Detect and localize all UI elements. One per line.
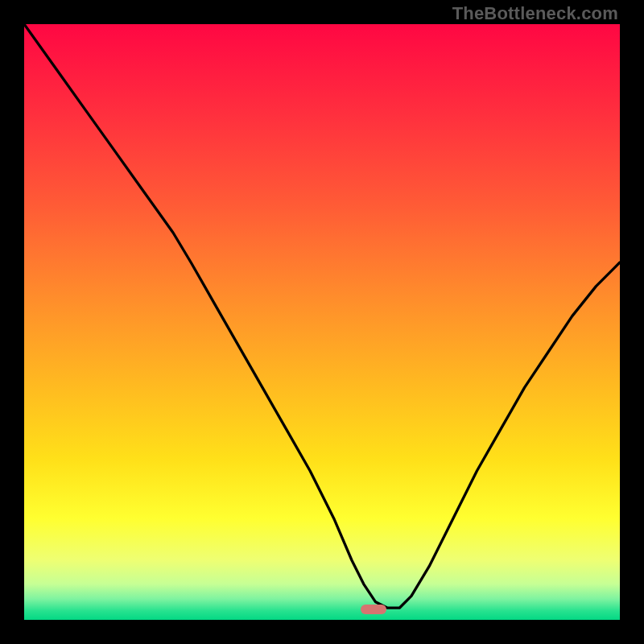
plot-area — [24, 24, 620, 620]
watermark-text: TheBottleneck.com — [452, 3, 618, 24]
bottleneck-curve — [24, 24, 620, 620]
outer-frame: TheBottleneck.com — [0, 0, 644, 644]
optimal-marker — [361, 605, 386, 614]
